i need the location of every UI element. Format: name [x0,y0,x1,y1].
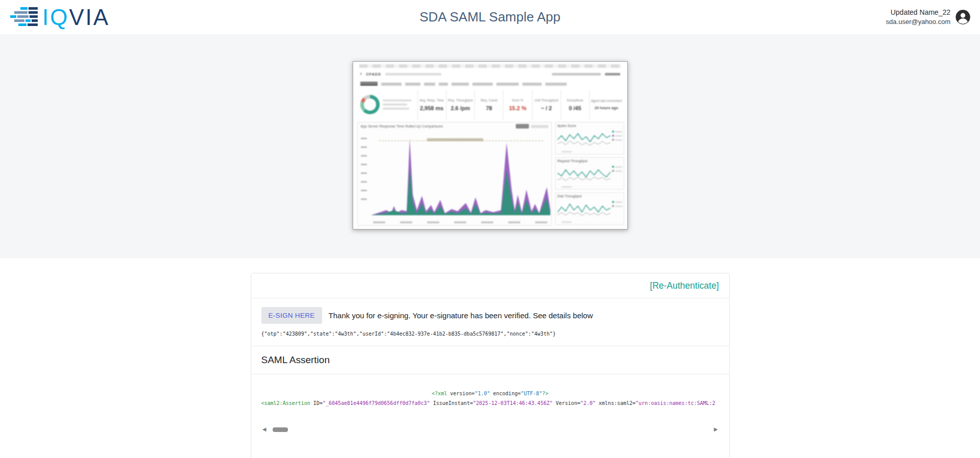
esign-here-button[interactable]: E-SIGN HERE [261,307,322,324]
decor-tab [439,83,448,86]
kpi-tile: Req. Throughput 2.6 /pm [446,90,474,119]
esign-payload-json: {"otp":"423809","state":"4w3th","userId"… [261,331,719,337]
top-bar: IQVIA SDA SAML Sample App Updated Name_2… [0,0,980,34]
code-token: encoding= [490,391,520,396]
kpi-value: 0 /45 [569,105,581,111]
code-token: "2.0" [580,400,596,406]
decor-bar [552,73,601,75]
decor-bar [383,99,411,101]
side-line-chart [558,164,611,184]
decor-bar [383,108,409,110]
user-text: Updated Name_22 sda.user@yahoo.com [886,8,950,26]
kpi-tile: Exceptions 0 /45 [561,90,589,119]
decor-bar [531,125,548,128]
kpi-label: Error % [512,98,523,102]
user-box[interactable]: Updated Name_22 sda.user@yahoo.com [886,8,971,26]
kpi-value: 78 [486,105,492,111]
side-chart-panel: Disk Throughput [555,192,624,225]
decor-bar [605,73,620,75]
logo-text-iq: IQ [42,5,69,30]
main-chart-x-labels [373,221,547,223]
side-chart-panel: Request Throughput [555,157,624,190]
preview-health-tile [357,90,417,119]
side-chart-legend [612,131,622,141]
kpi-label: Req. Throughput [448,98,473,102]
decor-tab [424,83,435,86]
preview-app-name: CFADS [366,72,381,77]
iqvia-logo-bars-icon [9,6,39,29]
scrollbar-thumb[interactable] [273,427,288,432]
decor-tab [472,83,493,86]
kpi-label: Unit Throughput [535,98,559,102]
kpi-value-error: 15.2 % [509,105,526,111]
code-token: "_6045ae81e4496f79d0656dff0d7fa0c3" [323,400,430,406]
code-token: <?xml [432,391,450,396]
horizontal-scrollbar[interactable]: ◀ ▶ [261,426,719,433]
dashboard-preview-content: ▾ CFADS [353,62,627,229]
code-token: "urn:oasis:names:tc:SAML:2 [635,400,716,406]
code-token: IssueInstant= [430,400,473,406]
main-chart-title: App Server Response Time Rolled Up Compa… [361,124,443,128]
kpi-value: ~ / 2 [541,105,552,111]
side-line-chart [558,199,611,219]
health-donut-icon [360,95,380,114]
decor-bar [562,151,572,152]
saml-assertion-line: <saml2:Assertion ID="_6045ae81e4496f79d0… [261,398,719,408]
hero-band: ▾ CFADS [0,34,980,258]
scroll-right-icon[interactable]: ▶ [713,427,719,432]
scroll-left-icon[interactable]: ◀ [261,427,268,432]
re-authenticate-link[interactable]: [Re-Authenticate] [650,281,719,291]
side-chart-title: Request Throughput [558,159,622,163]
decor-tab [496,83,519,86]
user-avatar-icon[interactable] [955,9,971,25]
user-name: Updated Name_22 [886,8,950,17]
iqvia-logo-text: IQVIA [42,6,110,29]
side-chart-title: Disk Throughput [558,194,622,198]
dashboard-preview-image: ▾ CFADS [353,61,628,230]
side-chart-panel: Apdex Score [555,122,624,155]
side-chart-title: Apdex Score [558,124,622,128]
preview-caret: ▾ [360,72,362,76]
scrollbar-track[interactable] [269,427,711,432]
preview-main-chart-panel: App Server Response Time Rolled Up Compa… [357,122,552,226]
side-line-chart [558,129,611,149]
decor-bar [385,73,441,75]
main-chart-y-ticks [361,138,367,200]
kpi-label: Exceptions [567,98,583,102]
main-content: [Re-Authenticate] E-SIGN HERE Thank you … [0,273,980,458]
esign-section: E-SIGN HERE Thank you for e-signing. You… [251,298,729,346]
saml-card: [Re-Authenticate] E-SIGN HERE Thank you … [251,273,730,458]
decor-tab [522,83,542,86]
side-chart-legend [612,201,622,207]
decor-bar [383,104,407,106]
preview-kpi-row: Avg. Resp. Time 2,958 ms Req. Throughput… [357,90,623,119]
code-token: xmlns:saml2= [596,400,635,406]
health-text-bars [383,99,414,110]
kpi-tile: Req. Count 78 [474,90,503,119]
preview-side-panels: Apdex Score Request Throughput [555,122,624,225]
decor-tab [381,83,402,86]
user-email: sda.user@yahoo.com [886,17,950,27]
code-token: "2025-12-03T14:46:43.456Z" [473,400,553,406]
main-chart-legend [516,124,548,129]
code-token: <saml2:Assertion [261,400,313,406]
code-token: Version= [552,400,580,406]
saml-code-section: <?xml version="1.0" encoding="UTF-8"?> <… [251,374,729,433]
kpi-label: Avg. Resp. Time [419,98,444,102]
kpi-label: Agent last connected [591,99,622,103]
decor-tab [545,83,567,86]
page-title: SDA SAML Sample App [419,9,561,25]
code-token: "1.0" [474,391,490,396]
code-token: ?> [542,391,548,396]
kpi-value: 29 hours ago [594,106,618,110]
preview-toolbar: ▾ CFADS [360,71,620,77]
side-chart-legend [612,166,622,172]
decor-bar [562,186,572,188]
esign-message: Thank you for e-signing. Your e-signatur… [329,311,593,320]
kpi-tile: Avg. Resp. Time 2,958 ms [417,90,446,119]
decor-tab [452,83,469,86]
decor-bar [562,221,572,223]
logo-text-via: VIA [69,5,110,30]
kpi-value: 2.6 /pm [451,105,470,111]
decor-tab [405,83,420,86]
